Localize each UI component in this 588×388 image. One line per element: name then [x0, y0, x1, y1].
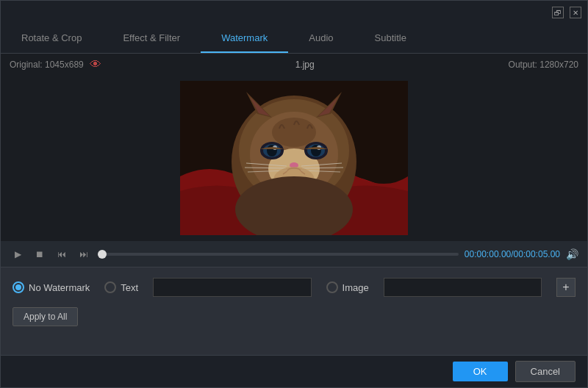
text-label: Text [121, 282, 138, 293]
ok-button[interactable]: OK [453, 362, 508, 381]
video-info-bar: Original: 1045x689 👁 1.jpg Output: 1280x… [1, 54, 587, 76]
current-time: 00:00:00.00 [465, 249, 511, 259]
progress-bar[interactable] [98, 253, 459, 256]
cancel-button[interactable]: Cancel [515, 361, 576, 382]
image-input[interactable] [384, 278, 542, 297]
next-frame-button[interactable]: ⏭ [76, 246, 92, 262]
no-watermark-label: No Watermark [29, 282, 90, 293]
tab-effect-filter-label: Effect & Filter [123, 32, 180, 43]
tab-bar: Rotate & Crop Effect & Filter Watermark … [1, 24, 587, 54]
eye-icon[interactable]: 👁 [90, 58, 101, 71]
controls-bar: ▶ ⏹ ⏮ ⏭ 00:00:00.00/00:00:05.00 🔊 [1, 240, 587, 267]
main-window: 🗗 ✕ Rotate & Crop Effect & Filter Waterm… [0, 0, 588, 388]
original-resolution: Original: 1045x689 [10, 60, 84, 70]
tab-rotate-crop-label: Rotate & Crop [21, 32, 82, 43]
play-button[interactable]: ▶ [10, 246, 26, 262]
video-preview-container [1, 76, 587, 240]
volume-icon[interactable]: 🔊 [566, 248, 578, 260]
text-radio[interactable] [104, 281, 116, 293]
cat-image [180, 81, 408, 235]
restore-button[interactable]: 🗗 [552, 7, 564, 18]
svg-point-13 [272, 118, 316, 147]
video-preview [180, 81, 408, 235]
apply-all-container: Apply to All [12, 307, 576, 326]
tab-watermark-label: Watermark [221, 32, 268, 43]
text-input[interactable] [153, 278, 311, 297]
text-option[interactable]: Text [104, 281, 138, 293]
image-radio[interactable] [326, 281, 338, 293]
title-bar-controls: 🗗 ✕ [552, 7, 581, 18]
watermark-options: No Watermark Text Image + [12, 278, 576, 297]
bottom-bar: OK Cancel [1, 355, 587, 387]
time-display: 00:00:00.00/00:00:05.00 [465, 249, 560, 259]
output-resolution: Output: 1280x720 [509, 60, 578, 70]
options-panel: No Watermark Text Image + Apply to All [1, 267, 587, 355]
tab-audio[interactable]: Audio [288, 24, 354, 53]
add-image-button[interactable]: + [556, 278, 576, 297]
tab-watermark[interactable]: Watermark [201, 24, 288, 53]
apply-all-button[interactable]: Apply to All [12, 307, 78, 326]
stop-button[interactable]: ⏹ [32, 246, 48, 262]
no-watermark-option[interactable]: No Watermark [12, 281, 90, 293]
video-filename: 1.jpg [101, 60, 509, 70]
title-bar: 🗗 ✕ [1, 1, 587, 24]
image-option[interactable]: Image [326, 281, 369, 293]
tab-subtitle[interactable]: Subtitle [354, 24, 427, 53]
no-watermark-radio[interactable] [12, 281, 24, 293]
progress-dot [98, 250, 107, 259]
image-label: Image [343, 282, 369, 293]
tab-rotate-crop[interactable]: Rotate & Crop [1, 24, 102, 53]
tab-effect-filter[interactable]: Effect & Filter [102, 24, 201, 53]
video-area: Original: 1045x689 👁 1.jpg Output: 1280x… [1, 54, 587, 267]
prev-frame-button[interactable]: ⏮ [54, 246, 70, 262]
tab-audio-label: Audio [309, 32, 333, 43]
total-time: 00:00:05.00 [514, 249, 560, 259]
close-button[interactable]: ✕ [570, 7, 581, 18]
tab-subtitle-label: Subtitle [375, 32, 406, 43]
